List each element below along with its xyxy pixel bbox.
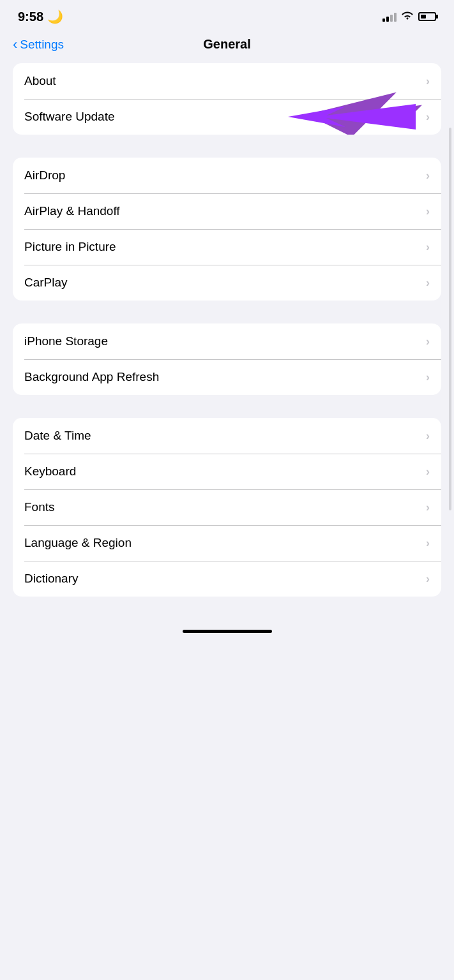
signal-bar-4 [394,13,397,22]
status-time: 9:58 🌙 [18,9,63,24]
language-region-chevron-icon: › [426,537,430,550]
purple-arrow-annotation [288,98,416,135]
airdrop-chevron-icon: › [426,169,430,182]
settings-row-airdrop[interactable]: AirDrop › [13,158,441,193]
settings-row-fonts[interactable]: Fonts › [13,489,441,525]
language-region-label: Language & Region [24,536,132,550]
date-time-chevron-icon: › [426,429,430,443]
home-bar [183,630,272,633]
settings-row-about[interactable]: About › [13,63,441,99]
background-app-refresh-chevron-icon: › [426,371,430,384]
status-icons [382,11,436,22]
settings-group-4: Date & Time › Keyboard › Fonts › Languag… [13,418,441,597]
carplay-label: CarPlay [24,276,68,290]
carplay-chevron-icon: › [426,276,430,290]
about-chevron-icon: › [426,75,430,88]
signal-bar-3 [390,15,393,22]
navigation-bar: ‹ Settings General [0,31,454,63]
signal-strength-icon [382,11,397,22]
date-time-label: Date & Time [24,429,91,443]
settings-row-background-app-refresh[interactable]: Background App Refresh › [13,359,441,395]
iphone-storage-label: iPhone Storage [24,334,108,348]
dictionary-label: Dictionary [24,572,78,586]
scrollbar[interactable] [449,128,451,510]
page-title: General [203,37,250,52]
fonts-label: Fonts [24,500,55,514]
software-update-label: Software Update [24,110,115,124]
settings-group-3: iPhone Storage › Background App Refresh … [13,323,441,395]
settings-row-keyboard[interactable]: Keyboard › [13,454,441,489]
keyboard-chevron-icon: › [426,465,430,479]
settings-row-date-time[interactable]: Date & Time › [13,418,441,454]
home-indicator-area [0,620,454,641]
svg-marker-1 [288,104,416,130]
settings-content: About › Software Update › AirDrop › AirP… [0,63,454,597]
iphone-storage-chevron-icon: › [426,335,430,348]
wifi-icon [402,11,413,22]
back-label: Settings [20,38,64,52]
settings-row-carplay[interactable]: CarPlay › [13,265,441,301]
battery-level [421,15,426,19]
settings-row-language-region[interactable]: Language & Region › [13,525,441,561]
dictionary-chevron-icon: › [426,572,430,586]
airdrop-label: AirDrop [24,168,65,182]
settings-group-1: About › Software Update › [13,63,441,135]
time-display: 9:58 [18,10,43,24]
airplay-handoff-chevron-icon: › [426,205,430,218]
fonts-chevron-icon: › [426,501,430,514]
settings-row-picture-in-picture[interactable]: Picture in Picture › [13,229,441,265]
about-label: About [24,74,56,88]
picture-in-picture-chevron-icon: › [426,241,430,254]
back-chevron-icon: ‹ [13,38,17,52]
settings-row-airplay-handoff[interactable]: AirPlay & Handoff › [13,193,441,229]
signal-bar-1 [382,19,385,22]
software-update-chevron-icon: › [426,110,430,124]
picture-in-picture-label: Picture in Picture [24,240,116,254]
settings-row-dictionary[interactable]: Dictionary › [13,561,441,597]
battery-icon [418,12,436,21]
moon-icon: 🌙 [47,9,63,24]
settings-row-iphone-storage[interactable]: iPhone Storage › [13,323,441,359]
back-button[interactable]: ‹ Settings [13,38,64,52]
keyboard-label: Keyboard [24,464,76,479]
signal-bar-2 [386,17,389,22]
settings-group-2: AirDrop › AirPlay & Handoff › Picture in… [13,158,441,301]
background-app-refresh-label: Background App Refresh [24,370,159,384]
airplay-handoff-label: AirPlay & Handoff [24,204,120,218]
settings-row-software-update[interactable]: Software Update › [13,99,441,135]
status-bar: 9:58 🌙 [0,0,454,31]
